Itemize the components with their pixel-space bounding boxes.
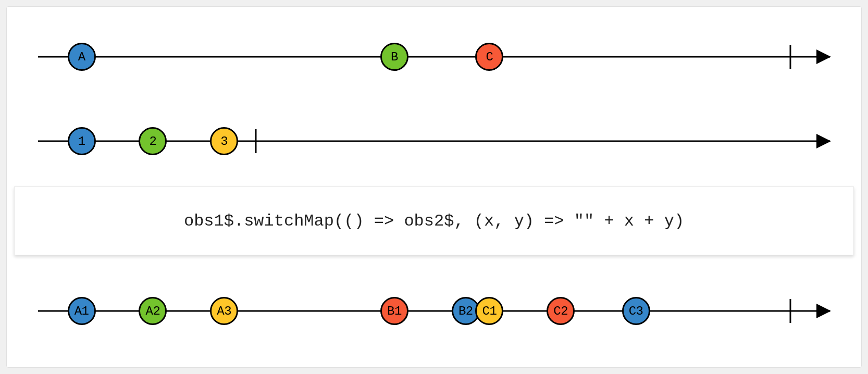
marble: C <box>475 43 503 71</box>
end-tick <box>255 129 257 153</box>
marble: A3 <box>210 297 238 325</box>
marble: A1 <box>68 297 96 325</box>
marble: C3 <box>622 297 650 325</box>
marble: 2 <box>139 127 167 155</box>
timeline-axis <box>38 56 830 58</box>
operator-box: obs1$.switchMap(() => obs2$, (x, y) => "… <box>14 186 854 255</box>
timeline-2: 123 <box>38 120 830 162</box>
timeline-1: ABC <box>38 36 830 78</box>
marble: C2 <box>547 297 575 325</box>
arrow-head-icon <box>816 49 831 64</box>
marble: B <box>380 43 408 71</box>
arrow-head-icon <box>816 304 831 318</box>
end-tick <box>790 299 791 323</box>
operator-expression: obs1$.switchMap(() => obs2$, (x, y) => "… <box>184 211 684 231</box>
marble: B1 <box>380 297 408 325</box>
marble: C1 <box>475 297 503 325</box>
marble: A <box>68 43 96 71</box>
marble: 1 <box>68 127 96 155</box>
marble: 3 <box>210 127 238 155</box>
marble: A2 <box>139 297 167 325</box>
arrow-head-icon <box>816 134 831 148</box>
diagram-panel: ABC 123 obs1$.switchMap(() => obs2$, (x,… <box>6 6 862 368</box>
page: ABC 123 obs1$.switchMap(() => obs2$, (x,… <box>0 0 868 374</box>
timeline-output: A1A2A3B1B2C1C2C3 <box>38 290 830 332</box>
end-tick <box>790 45 791 69</box>
